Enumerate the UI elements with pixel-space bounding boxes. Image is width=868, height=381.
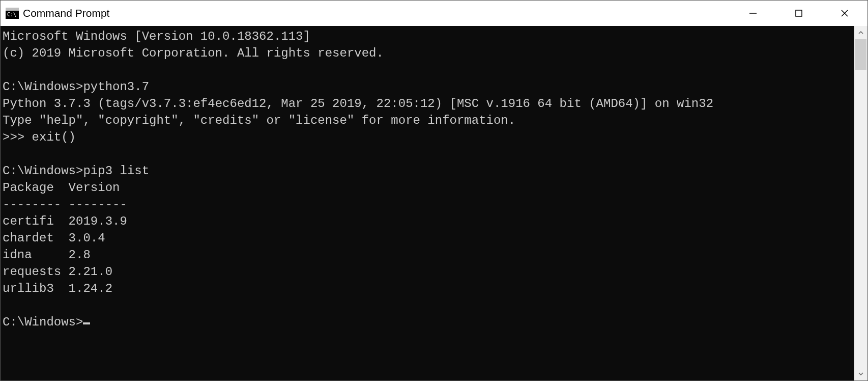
terminal-line: Python 3.7.3 (tags/v3.7.3:ef4ec6ed12, Ma… [3, 95, 854, 112]
terminal-line: Package Version [3, 179, 854, 196]
scroll-up-button[interactable] [854, 26, 867, 39]
window-frame: C:\ Command Prompt Microsoft Windows [Ve… [0, 0, 868, 381]
window-title: Command Prompt [23, 7, 109, 19]
terminal-line [3, 146, 854, 162]
scrollbar-track[interactable] [854, 39, 867, 367]
terminal-line: Type "help", "copyright", "credits" or "… [3, 112, 854, 129]
terminal-line: requests 2.21.0 [3, 263, 854, 280]
terminal-line [3, 62, 854, 78]
terminal-cursor [83, 322, 90, 324]
svg-text:C:\: C:\ [7, 12, 16, 17]
svg-rect-1 [6, 8, 19, 11]
terminal-prompt: C:\Windows> [3, 315, 83, 329]
terminal-line: idna 2.8 [3, 247, 854, 263]
terminal-line: urllib3 1.24.2 [3, 280, 854, 297]
terminal-prompt-line[interactable]: C:\Windows> [3, 314, 854, 331]
close-button[interactable] [822, 1, 867, 26]
client-area: Microsoft Windows [Version 10.0.18362.11… [1, 26, 867, 380]
titlebar[interactable]: C:\ Command Prompt [1, 1, 867, 26]
terminal-line: C:\Windows>python3.7 [3, 78, 854, 95]
titlebar-left: C:\ Command Prompt [1, 7, 109, 19]
cmd-icon: C:\ [6, 8, 19, 19]
terminal-line: -------- -------- [3, 196, 854, 213]
window-controls [730, 1, 867, 26]
vertical-scrollbar[interactable] [854, 26, 867, 380]
terminal-line: >>> exit() [3, 129, 854, 146]
terminal-line: C:\Windows>pip3 list [3, 162, 854, 179]
terminal-line [3, 297, 854, 314]
terminal-line: chardet 3.0.4 [3, 230, 854, 247]
terminal-output[interactable]: Microsoft Windows [Version 10.0.18362.11… [1, 26, 854, 380]
terminal-line: certifi 2019.3.9 [3, 213, 854, 230]
svg-rect-4 [796, 10, 802, 16]
terminal-line: Microsoft Windows [Version 10.0.18362.11… [3, 28, 854, 45]
minimize-button[interactable] [730, 1, 776, 26]
scroll-down-button[interactable] [854, 367, 867, 380]
terminal-line: (c) 2019 Microsoft Corporation. All righ… [3, 45, 854, 62]
scrollbar-thumb[interactable] [855, 39, 866, 70]
maximize-button[interactable] [776, 1, 822, 26]
